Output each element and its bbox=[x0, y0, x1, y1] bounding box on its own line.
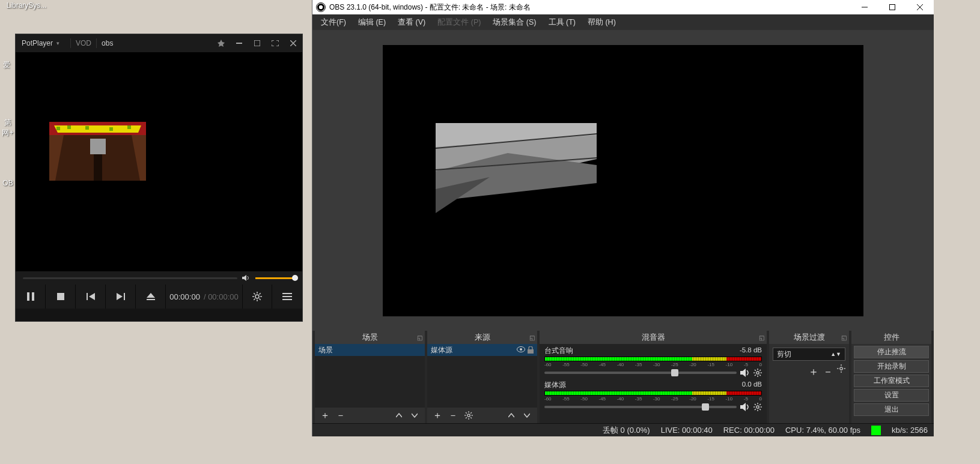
gear-icon[interactable] bbox=[753, 369, 762, 377]
svg-marker-21 bbox=[147, 293, 155, 298]
svg-rect-36 bbox=[890, 5, 895, 10]
control-button[interactable]: 设置 bbox=[854, 389, 929, 402]
svg-line-62 bbox=[759, 375, 761, 376]
potplayer-video-area[interactable] bbox=[16, 52, 302, 271]
svg-point-74 bbox=[840, 367, 842, 370]
up-icon[interactable] bbox=[391, 409, 407, 422]
up-icon[interactable] bbox=[504, 409, 519, 422]
speaker-icon[interactable] bbox=[740, 369, 750, 377]
audio-meter bbox=[544, 357, 762, 361]
obs-preview[interactable] bbox=[312, 30, 934, 331]
next-button[interactable] bbox=[106, 285, 136, 309]
eject-button[interactable] bbox=[136, 285, 166, 309]
dock-sources: 来源◱ 媒体源 ＋ － bbox=[427, 331, 537, 423]
gear-icon[interactable] bbox=[461, 409, 476, 422]
dock-title: 来源 bbox=[475, 333, 490, 343]
add-icon[interactable]: ＋ bbox=[808, 364, 819, 379]
svg-rect-46 bbox=[528, 349, 534, 354]
svg-rect-14 bbox=[27, 292, 29, 301]
menu-profile[interactable]: 配置文件 (P) bbox=[433, 16, 485, 29]
close-icon[interactable] bbox=[906, 0, 934, 14]
gear-icon[interactable] bbox=[837, 364, 845, 379]
remove-icon[interactable]: － bbox=[823, 364, 833, 379]
control-button[interactable]: 停止推流 bbox=[854, 346, 929, 358]
settings-icon[interactable] bbox=[242, 285, 272, 309]
gear-icon[interactable] bbox=[753, 403, 762, 411]
menu-scene-collection[interactable]: 场景集合 (S) bbox=[488, 16, 541, 29]
down-icon[interactable] bbox=[519, 409, 535, 422]
popout-icon[interactable]: ◱ bbox=[529, 334, 535, 341]
svg-rect-7 bbox=[85, 126, 89, 130]
menu-tools[interactable]: 工具 (T) bbox=[544, 16, 580, 29]
svg-point-23 bbox=[255, 295, 259, 298]
add-icon[interactable]: ＋ bbox=[317, 409, 333, 422]
remove-icon[interactable]: － bbox=[445, 409, 461, 422]
desktop-icon[interactable]: LibrarySys... bbox=[1, 1, 52, 10]
menu-view[interactable]: 查看 (V) bbox=[393, 16, 430, 29]
preview-source[interactable] bbox=[436, 123, 597, 213]
obs-logo-icon bbox=[316, 2, 326, 12]
potplayer-titlebar: PotPlayer▾ VOD obs bbox=[16, 34, 302, 52]
popout-icon[interactable]: ◱ bbox=[759, 334, 764, 341]
fullscreen-icon[interactable] bbox=[266, 34, 284, 52]
dock-controls: 控件 停止推流开始录制工作室模式设置退出 bbox=[851, 331, 931, 423]
down-icon[interactable] bbox=[407, 409, 422, 422]
transition-select[interactable]: 剪切▲▼ bbox=[773, 348, 845, 361]
obs-titlebar: OBS 23.1.0 (64-bit, windows) - 配置文件: 未命名… bbox=[312, 0, 934, 14]
svg-rect-12 bbox=[90, 139, 106, 154]
minimize-icon[interactable] bbox=[851, 0, 878, 14]
desktop-icon[interactable]: 爱 bbox=[1, 60, 12, 70]
svg-line-71 bbox=[759, 409, 761, 410]
channel-db: -5.8 dB bbox=[740, 346, 762, 355]
desktop-icon[interactable]: 第 网+ bbox=[1, 118, 14, 138]
svg-rect-13 bbox=[94, 154, 102, 181]
tab-vod[interactable]: VOD bbox=[76, 39, 91, 47]
menu-help[interactable]: 帮助 (H) bbox=[583, 16, 621, 29]
video-thumbnail bbox=[49, 122, 146, 181]
control-button[interactable]: 开始录制 bbox=[854, 360, 929, 373]
maximize-icon[interactable] bbox=[878, 0, 906, 14]
popout-icon[interactable]: ◱ bbox=[417, 334, 422, 341]
menu-file[interactable]: 文件(F) bbox=[316, 16, 351, 29]
pause-button[interactable] bbox=[16, 285, 46, 309]
maximize-icon[interactable] bbox=[248, 34, 266, 52]
status-led-icon bbox=[871, 426, 881, 435]
svg-rect-8 bbox=[109, 127, 113, 131]
seek-bar[interactable] bbox=[23, 277, 237, 279]
volume-slider[interactable] bbox=[255, 277, 295, 279]
prev-button[interactable] bbox=[76, 285, 106, 309]
remove-icon[interactable]: － bbox=[333, 409, 348, 422]
volume-icon[interactable] bbox=[242, 274, 251, 282]
desktop-icon[interactable]: OB bbox=[1, 179, 14, 187]
potplayer-app-name[interactable]: PotPlayer▾ bbox=[16, 39, 65, 47]
minimize-icon[interactable] bbox=[230, 34, 248, 52]
tab-obs[interactable]: obs bbox=[102, 39, 113, 47]
volume-slider[interactable] bbox=[544, 406, 737, 408]
speaker-icon[interactable] bbox=[740, 403, 750, 411]
audio-meter bbox=[544, 391, 762, 396]
close-icon[interactable] bbox=[284, 34, 302, 52]
visibility-icon[interactable] bbox=[517, 346, 525, 354]
svg-rect-35 bbox=[862, 7, 868, 8]
svg-rect-17 bbox=[87, 293, 88, 300]
svg-rect-15 bbox=[32, 292, 34, 301]
channel-db: 0.0 dB bbox=[742, 381, 762, 390]
svg-line-64 bbox=[759, 370, 761, 371]
popout-icon[interactable]: ◱ bbox=[841, 334, 847, 341]
source-item[interactable]: 媒体源 bbox=[427, 344, 537, 356]
svg-point-45 bbox=[520, 348, 522, 351]
svg-point-56 bbox=[756, 372, 759, 374]
pin-icon[interactable] bbox=[212, 34, 230, 52]
dock-title: 场景 bbox=[362, 333, 378, 343]
control-button[interactable]: 工作室模式 bbox=[854, 375, 929, 387]
menu-edit[interactable]: 编辑 (E) bbox=[353, 16, 391, 29]
menu-icon[interactable] bbox=[272, 285, 302, 309]
obs-statusbar: 丢帧 0 (0.0%) LIVE: 00:00:40 REC: 00:00:00… bbox=[312, 423, 934, 436]
volume-slider[interactable] bbox=[544, 372, 737, 374]
stop-button[interactable] bbox=[46, 285, 76, 309]
add-icon[interactable]: ＋ bbox=[430, 409, 445, 422]
control-button[interactable]: 退出 bbox=[854, 403, 929, 416]
lock-icon[interactable] bbox=[528, 346, 534, 354]
scene-item[interactable]: 场景 bbox=[315, 344, 425, 356]
status-kbps: kb/s: 2566 bbox=[892, 426, 928, 435]
